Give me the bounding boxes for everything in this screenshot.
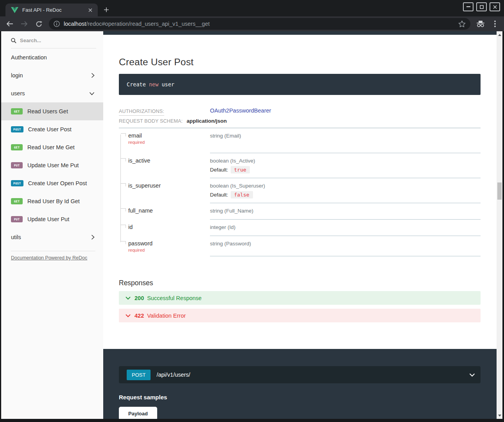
sidebar-group-users[interactable]: users bbox=[1, 84, 103, 102]
method-badge-get: GET bbox=[11, 108, 23, 114]
field-default: Default:true bbox=[210, 167, 481, 173]
redoc-app: Authentication login users GET Read User… bbox=[0, 31, 504, 422]
menu-kebab-icon[interactable] bbox=[491, 20, 499, 28]
tab-title: Fast API - ReDoc bbox=[22, 7, 87, 13]
browser-toolbar: localhost/redoc#operation/read_users_api… bbox=[0, 16, 504, 31]
field-name: email bbox=[128, 132, 206, 139]
response-label: Successful Response bbox=[147, 295, 201, 301]
required-flag: required bbox=[128, 248, 206, 252]
method-badge-put: PUT bbox=[11, 216, 23, 222]
field-type: boolean (Is_Active) bbox=[210, 158, 255, 164]
sidebar-item-authentication[interactable]: Authentication bbox=[1, 48, 103, 66]
response-422-row[interactable]: 422 Validation Error bbox=[119, 309, 481, 322]
response-code: 422 bbox=[135, 313, 144, 319]
sidebar-op-read-user-by-id-get[interactable]: GET Read User By Id Get bbox=[1, 192, 103, 210]
sidebar-op-read-user-me-get[interactable]: GET Read User Me Get bbox=[1, 138, 103, 156]
field-name: is_superuser bbox=[128, 182, 206, 189]
response-label: Validation Error bbox=[147, 313, 186, 319]
chevron-right-icon bbox=[91, 73, 95, 78]
forward-button[interactable] bbox=[20, 20, 29, 28]
redoc-credit-link[interactable]: Documentation Powered by ReDoc bbox=[11, 255, 87, 261]
responses-title: Responses bbox=[119, 279, 481, 287]
url-path: /redoc#operation/read_users_api_v1_users… bbox=[86, 21, 210, 27]
field-type: integer (Id) bbox=[210, 224, 235, 230]
field-type: string (Password) bbox=[210, 241, 251, 247]
page-title: Create User Post bbox=[119, 57, 481, 68]
main-content: Create User Post Create new user AUTHORI… bbox=[103, 31, 497, 419]
field-row-is-superuser: is_superuser boolean (Is_Superuser) Defa… bbox=[119, 178, 481, 203]
vue-favicon-icon bbox=[11, 7, 18, 13]
default-value: false bbox=[231, 191, 253, 198]
sidebar-op-create-user-post[interactable]: POST Create User Post bbox=[1, 120, 103, 138]
previous-panel-edge bbox=[103, 31, 497, 35]
operation-doc: Create User Post Create new user AUTHORI… bbox=[103, 35, 497, 349]
window-controls bbox=[463, 2, 500, 11]
maximize-button[interactable] bbox=[476, 2, 487, 11]
close-window-button[interactable] bbox=[490, 2, 500, 11]
browser-window: Fast API - ReDoc bbox=[0, 0, 504, 422]
request-console-panel: POST /api/v1/users/ Request samples Payl… bbox=[103, 349, 497, 419]
response-200-row[interactable]: 200 Successful Response bbox=[119, 291, 481, 305]
field-row-is-active: is_active boolean (Is_Active) Default:tr… bbox=[119, 153, 481, 178]
sidebar-op-update-user-me-put[interactable]: PUT Update User Me Put bbox=[1, 156, 103, 174]
operation-description-code: Create new user bbox=[119, 74, 481, 95]
chevron-down-icon bbox=[126, 314, 131, 317]
page-scrollbar[interactable] bbox=[497, 31, 502, 419]
search-section bbox=[1, 31, 103, 48]
payload-tab[interactable]: Payload bbox=[119, 407, 157, 419]
url-host: localhost bbox=[64, 21, 86, 27]
field-name: is_active bbox=[128, 157, 206, 164]
request-body-mime: application/json bbox=[187, 118, 227, 124]
chevron-down-icon bbox=[126, 297, 131, 300]
sidebar-group-utils[interactable]: utils bbox=[1, 228, 103, 246]
field-type: string (Email) bbox=[210, 133, 241, 139]
endpoint-dropdown[interactable]: POST /api/v1/users/ bbox=[119, 366, 481, 383]
sidebar-group-login[interactable]: login bbox=[1, 66, 103, 84]
search-icon bbox=[11, 38, 16, 43]
field-row-password: password required string (Password) bbox=[119, 236, 481, 256]
method-badge-post: POST bbox=[11, 180, 23, 186]
back-button[interactable] bbox=[5, 20, 14, 28]
scrollbar-thumb[interactable] bbox=[497, 182, 502, 200]
method-badge-post: POST bbox=[11, 126, 23, 132]
required-flag: required bbox=[128, 140, 206, 145]
url-bar[interactable]: localhost/redoc#operation/read_users_api… bbox=[49, 18, 470, 30]
browser-tab[interactable]: Fast API - ReDoc bbox=[5, 4, 98, 16]
authorizations-row: AUTHORIZATIONS: OAuth2PasswordBearer bbox=[119, 107, 481, 116]
incognito-icon bbox=[476, 20, 485, 28]
method-badge-get: GET bbox=[11, 198, 23, 204]
field-name: full_name bbox=[128, 207, 206, 214]
new-tab-button[interactable] bbox=[101, 4, 112, 15]
post-method-badge: POST bbox=[127, 370, 151, 380]
response-code: 200 bbox=[135, 295, 144, 301]
minimize-button[interactable] bbox=[463, 2, 474, 11]
request-body-row: REQUEST BODY SCHEMA: application/json bbox=[119, 118, 481, 128]
method-badge-get: GET bbox=[11, 144, 23, 150]
search-input[interactable] bbox=[20, 38, 79, 43]
field-row-id: id integer (Id) bbox=[119, 220, 481, 236]
scroll-up-arrow[interactable] bbox=[497, 32, 502, 38]
request-samples-title: Request samples bbox=[119, 394, 481, 401]
url-text[interactable]: localhost/redoc#operation/read_users_api… bbox=[64, 21, 454, 27]
sidebar-op-update-user-put[interactable]: PUT Update User Put bbox=[1, 210, 103, 228]
field-default: Default:false bbox=[210, 192, 481, 198]
site-info-icon[interactable] bbox=[54, 21, 60, 27]
default-value: true bbox=[231, 166, 250, 173]
chevron-right-icon bbox=[91, 234, 95, 240]
oauth2-link[interactable]: OAuth2PasswordBearer bbox=[210, 107, 271, 114]
field-name: password bbox=[128, 240, 206, 247]
reload-button[interactable] bbox=[34, 20, 43, 28]
sidebar: Authentication login users GET Read User… bbox=[1, 31, 103, 419]
endpoint-path: /api/v1/users/ bbox=[156, 372, 469, 378]
field-type: boolean (Is_Superuser) bbox=[210, 183, 265, 189]
chevron-down-icon bbox=[89, 92, 95, 95]
field-name: id bbox=[128, 224, 206, 230]
bookmark-star-icon[interactable] bbox=[458, 20, 466, 27]
authorizations-label: AUTHORIZATIONS: bbox=[119, 109, 164, 116]
sidebar-op-create-user-open-post[interactable]: POST Create User Open Post bbox=[1, 174, 103, 192]
scroll-down-arrow[interactable] bbox=[497, 413, 502, 418]
sidebar-op-read-users-get[interactable]: GET Read Users Get bbox=[1, 102, 103, 120]
field-row-full-name: full_name string (Full_Name) bbox=[119, 203, 481, 220]
tab-close-icon[interactable] bbox=[87, 7, 94, 14]
field-type: string (Full_Name) bbox=[210, 208, 253, 214]
